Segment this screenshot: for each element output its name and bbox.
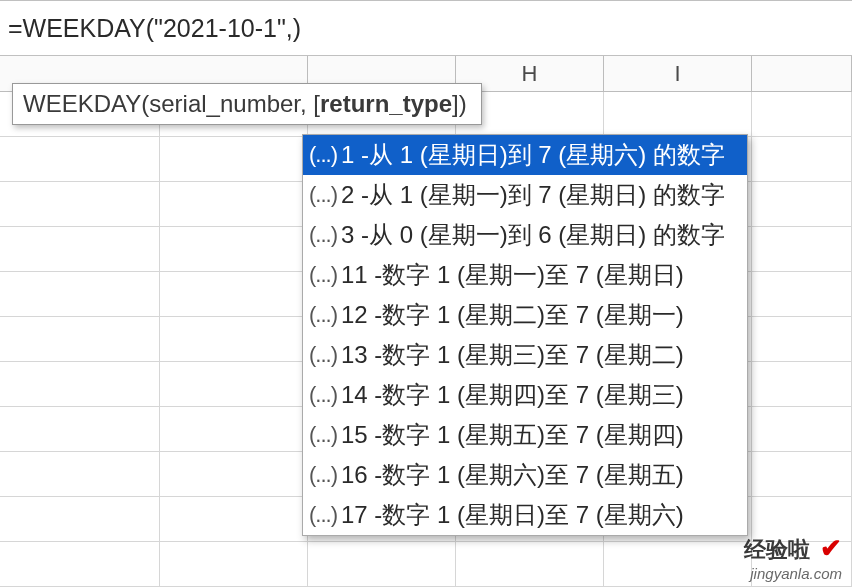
formula-text: =WEEKDAY("2021-10-1",): [8, 14, 301, 43]
grid-cell[interactable]: [308, 542, 456, 586]
autocomplete-item-1[interactable]: (...)1 - 从 1 (星期日)到 7 (星期六) 的数字: [303, 135, 747, 175]
autocomplete-desc: 数字 1 (星期四)至 7 (星期三): [382, 379, 683, 411]
grid-cell[interactable]: [0, 542, 160, 586]
autocomplete-item-16[interactable]: (...)16 - 数字 1 (星期六)至 7 (星期五): [303, 455, 747, 495]
autocomplete-desc: 数字 1 (星期五)至 7 (星期四): [382, 419, 683, 451]
grid-cell[interactable]: [752, 182, 852, 226]
grid-cell[interactable]: [752, 452, 852, 496]
autocomplete-code: 3 -: [341, 221, 369, 249]
grid-cell[interactable]: [0, 272, 160, 316]
grid-cell[interactable]: [160, 452, 308, 496]
grid-cell[interactable]: [752, 407, 852, 451]
autocomplete-item-12[interactable]: (...)12 - 数字 1 (星期二)至 7 (星期一): [303, 295, 747, 335]
autocomplete-code: 14 -: [341, 381, 382, 409]
watermark: 经验啦 ✔ jingyanla.com: [744, 533, 842, 582]
autocomplete-item-17[interactable]: (...)17 - 数字 1 (星期日)至 7 (星期六): [303, 495, 747, 535]
grid-cell[interactable]: [160, 542, 308, 586]
tooltip-func-name: WEEKDAY: [23, 90, 141, 117]
grid-row: [0, 542, 852, 587]
tooltip-current-arg: return_type: [320, 90, 452, 117]
autocomplete-desc: 数字 1 (星期三)至 7 (星期二): [382, 339, 683, 371]
formula-bar[interactable]: =WEEKDAY("2021-10-1",): [0, 0, 852, 56]
autocomplete-item-2[interactable]: (...)2 - 从 1 (星期一)到 7 (星期日) 的数字: [303, 175, 747, 215]
autocomplete-desc: 数字 1 (星期二)至 7 (星期一): [382, 299, 683, 331]
autocomplete-code: 12 -: [341, 301, 382, 329]
grid-cell[interactable]: [456, 542, 604, 586]
grid-cell[interactable]: [0, 452, 160, 496]
autocomplete-desc: 从 1 (星期一)到 7 (星期日) 的数字: [369, 179, 725, 211]
grid-cell[interactable]: [0, 497, 160, 541]
grid-cell[interactable]: [160, 272, 308, 316]
function-tooltip[interactable]: WEEKDAY(serial_number, [return_type]): [12, 83, 482, 125]
autocomplete-desc: 数字 1 (星期六)至 7 (星期五): [382, 459, 683, 491]
autocomplete-desc: 从 0 (星期一)到 6 (星期日) 的数字: [369, 219, 725, 251]
grid-cell[interactable]: [752, 227, 852, 271]
grid-cell[interactable]: [0, 227, 160, 271]
grid-cell[interactable]: [160, 407, 308, 451]
grid-cell[interactable]: [160, 182, 308, 226]
autocomplete-desc: 数字 1 (星期一)至 7 (星期日): [382, 259, 683, 291]
check-icon: ✔: [820, 533, 842, 563]
value-icon: (...): [309, 382, 337, 408]
grid-cell[interactable]: [752, 272, 852, 316]
autocomplete-code: 16 -: [341, 461, 382, 489]
tooltip-arg-bracket: ]: [452, 90, 459, 117]
grid-cell[interactable]: [752, 137, 852, 181]
autocomplete-desc: 从 1 (星期日)到 7 (星期六) 的数字: [369, 139, 725, 171]
grid-cell[interactable]: [160, 227, 308, 271]
value-icon: (...): [309, 222, 337, 248]
watermark-text: 经验啦: [744, 537, 810, 562]
grid-cell[interactable]: [0, 137, 160, 181]
spreadsheet-grid[interactable]: H I WEEKDAY(serial_number, [return_type]…: [0, 56, 852, 588]
grid-cell[interactable]: [752, 362, 852, 406]
grid-cell[interactable]: [604, 92, 752, 136]
autocomplete-code: 2 -: [341, 181, 369, 209]
autocomplete-item-11[interactable]: (...)11 - 数字 1 (星期一)至 7 (星期日): [303, 255, 747, 295]
autocomplete-item-14[interactable]: (...)14 - 数字 1 (星期四)至 7 (星期三): [303, 375, 747, 415]
grid-cell[interactable]: [160, 317, 308, 361]
grid-cell[interactable]: [752, 317, 852, 361]
value-icon: (...): [309, 182, 337, 208]
value-icon: (...): [309, 422, 337, 448]
grid-cell[interactable]: [160, 497, 308, 541]
grid-cell[interactable]: [0, 182, 160, 226]
watermark-url: jingyanla.com: [744, 565, 842, 582]
autocomplete-item-15[interactable]: (...)15 - 数字 1 (星期五)至 7 (星期四): [303, 415, 747, 455]
autocomplete-item-3[interactable]: (...)3 - 从 0 (星期一)到 6 (星期日) 的数字: [303, 215, 747, 255]
value-icon: (...): [309, 462, 337, 488]
value-icon: (...): [309, 262, 337, 288]
autocomplete-code: 1 -: [341, 141, 369, 169]
value-icon: (...): [309, 302, 337, 328]
grid-cell[interactable]: [0, 362, 160, 406]
value-icon: (...): [309, 342, 337, 368]
tooltip-arg1: serial_number: [149, 90, 300, 117]
autocomplete-desc: 数字 1 (星期日)至 7 (星期六): [382, 499, 683, 531]
grid-cell[interactable]: [160, 362, 308, 406]
grid-cell[interactable]: [604, 542, 752, 586]
autocomplete-code: 11 -: [341, 261, 382, 289]
autocomplete-code: 13 -: [341, 341, 382, 369]
value-icon: (...): [309, 142, 337, 168]
autocomplete-code: 15 -: [341, 421, 382, 449]
autocomplete-item-13[interactable]: (...)13 - 数字 1 (星期三)至 7 (星期二): [303, 335, 747, 375]
grid-cell[interactable]: [160, 137, 308, 181]
autocomplete-dropdown[interactable]: (...)1 - 从 1 (星期日)到 7 (星期六) 的数字(...)2 - …: [302, 134, 748, 536]
column-header-i[interactable]: I: [604, 56, 752, 91]
value-icon: (...): [309, 502, 337, 528]
column-header-blank: [752, 56, 852, 91]
grid-cell[interactable]: [0, 407, 160, 451]
grid-cell[interactable]: [752, 92, 852, 136]
tooltip-arg-bracket: [: [313, 90, 320, 117]
autocomplete-code: 17 -: [341, 501, 382, 529]
grid-cell[interactable]: [0, 317, 160, 361]
